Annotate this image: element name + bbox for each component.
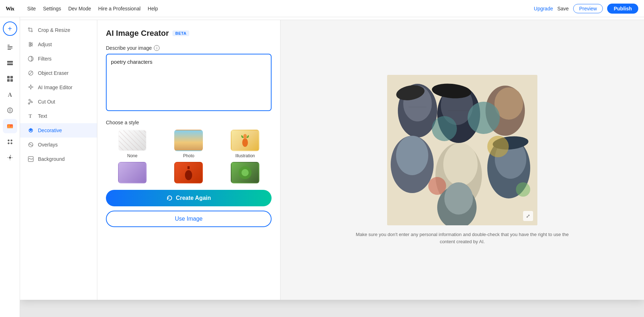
nav-devmode[interactable]: Dev Mode: [68, 6, 91, 11]
svg-rect-9: [7, 79, 10, 82]
sidebar-icon-color[interactable]: [3, 103, 17, 117]
svg-rect-1: [8, 45, 10, 45]
svg-point-60: [487, 136, 509, 157]
svg-point-50: [432, 116, 457, 141]
svg-rect-36: [187, 166, 190, 169]
object-eraser-icon: [27, 69, 34, 77]
svg-rect-8: [10, 76, 13, 78]
describe-info-icon[interactable]: i: [154, 45, 160, 51]
crop-icon: [27, 27, 34, 34]
filters-icon: [27, 55, 34, 62]
style-2b[interactable]: [162, 162, 215, 186]
svg-point-49: [468, 102, 500, 134]
style-2c[interactable]: [219, 162, 272, 186]
tool-filters[interactable]: Filters: [20, 52, 97, 66]
svg-point-22: [29, 45, 31, 47]
svg-line-32: [119, 130, 146, 150]
tool-adjust[interactable]: Adjust: [20, 37, 97, 52]
beta-badge: BETA: [172, 30, 189, 36]
style-thumb-photo: [174, 130, 203, 151]
wix-logo: Wix: [6, 4, 19, 13]
tools-panel: Crop & Resize Adjust Filters Object Eras…: [20, 20, 97, 300]
svg-point-34: [243, 134, 247, 139]
preview-image: ⤢: [387, 75, 537, 225]
style-thumb-2c: [231, 162, 259, 183]
tool-background[interactable]: Background: [20, 152, 97, 166]
left-sidebar: + A: [0, 17, 20, 317]
refresh-icon: [166, 195, 173, 201]
style-thumb-2b: [174, 162, 203, 183]
style-photo[interactable]: Photo: [162, 130, 215, 158]
modal-body: Crop & Resize Adjust Filters Object Eras…: [20, 20, 644, 300]
nav-settings[interactable]: Settings: [43, 6, 61, 11]
text-icon: T: [27, 112, 34, 120]
svg-rect-2: [8, 46, 13, 47]
svg-point-21: [31, 44, 32, 45]
svg-rect-3: [8, 48, 13, 48]
style-illustration[interactable]: Illustration: [219, 130, 272, 158]
topbar: Wix Site Settings Dev Mode Hire a Profes…: [0, 0, 644, 17]
describe-textarea[interactable]: poetry characters: [106, 54, 272, 111]
svg-text:A: A: [8, 92, 12, 98]
svg-point-35: [185, 170, 192, 180]
style-none[interactable]: None: [106, 130, 159, 158]
nav-hire[interactable]: Hire a Professional: [98, 6, 141, 11]
nav-help[interactable]: Help: [148, 6, 158, 11]
ai-creator-panel: AI Image Creator BETA Describe your imag…: [97, 20, 280, 300]
svg-text:T: T: [29, 114, 32, 119]
sidebar-icon-integrations[interactable]: [3, 150, 17, 165]
publish-button[interactable]: Publish: [607, 4, 638, 14]
background-icon: [27, 155, 34, 163]
sidebar-icon-pages[interactable]: [3, 40, 17, 54]
svg-rect-7: [7, 76, 10, 78]
add-element-button[interactable]: +: [3, 21, 17, 36]
svg-rect-5: [7, 61, 13, 63]
adjust-icon: [27, 41, 34, 48]
use-image-button[interactable]: Use Image: [106, 211, 272, 227]
photo-studio-modal: ✕ Photo Studio ? Revert to Original ↺ ↻ …: [20, 0, 644, 300]
svg-point-20: [29, 42, 31, 44]
topbar-nav: Site Settings Dev Mode Hire a Profession…: [27, 6, 525, 11]
sidebar-icon-elements[interactable]: [3, 72, 17, 86]
nav-site[interactable]: Site: [27, 6, 36, 11]
svg-point-62: [516, 182, 530, 197]
svg-point-54: [443, 143, 478, 186]
tool-ai-image-editor[interactable]: AI Image Editor: [20, 80, 97, 95]
style-2a[interactable]: [106, 162, 159, 186]
style-thumb-2a: [118, 162, 147, 183]
expand-icon[interactable]: ⤢: [523, 211, 533, 221]
tool-overlays[interactable]: Overlays: [20, 138, 97, 152]
style-label: Choose a style: [106, 120, 272, 125]
style-grid: None Photo: [106, 130, 272, 186]
sidebar-icon-sections[interactable]: [3, 56, 17, 70]
tool-cut-out[interactable]: Cut Out: [20, 95, 97, 109]
upgrade-button[interactable]: Upgrade: [534, 6, 553, 11]
svg-point-59: [444, 182, 473, 215]
topbar-right: Upgrade Save Preview Publish: [534, 4, 638, 14]
svg-point-18: [10, 143, 12, 144]
preview-area: ⤢ Make sure you don't enter any personal…: [280, 20, 644, 300]
style-name-none: None: [127, 153, 137, 158]
tool-text[interactable]: T Text: [20, 109, 97, 123]
tool-decorative[interactable]: Decorative: [20, 123, 97, 138]
describe-label: Describe your image i: [106, 45, 272, 51]
sidebar-icon-apps[interactable]: [3, 135, 17, 149]
style-thumb-none: [118, 130, 147, 151]
style-name-photo: Photo: [183, 153, 194, 158]
svg-point-19: [9, 157, 11, 159]
create-again-button[interactable]: Create Again: [106, 190, 272, 206]
disclaimer-text: Make sure you don't enter any personal i…: [355, 231, 570, 245]
sidebar-icon-media[interactable]: [3, 119, 17, 133]
svg-point-61: [428, 177, 446, 195]
svg-rect-31: [119, 130, 146, 150]
topbar-save-button[interactable]: Save: [557, 6, 569, 11]
tool-object-eraser[interactable]: Object Eraser: [20, 66, 97, 80]
sidebar-icon-text[interactable]: A: [3, 87, 17, 102]
svg-point-33: [242, 138, 248, 147]
tool-crop[interactable]: Crop & Resize: [20, 23, 97, 37]
style-name-illustration: Illustration: [235, 153, 255, 158]
preview-button[interactable]: Preview: [573, 4, 603, 13]
svg-rect-10: [10, 79, 13, 82]
svg-rect-6: [7, 63, 13, 65]
ai-creator-header: AI Image Creator BETA: [106, 29, 272, 38]
